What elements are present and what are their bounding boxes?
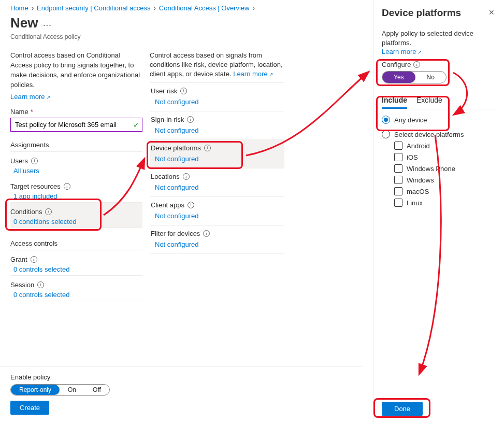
conditions-row[interactable]: Conditions 0 conditions selected (10, 203, 142, 228)
radio-any-device[interactable]: Any device (382, 116, 496, 124)
device-platforms-label: Device platforms (151, 144, 201, 152)
radio-icon (382, 116, 390, 124)
filter-devices-value[interactable]: Not configured (150, 238, 284, 250)
locations-label: Locations (151, 173, 180, 180)
info-icon[interactable] (188, 202, 194, 208)
name-input[interactable] (10, 118, 142, 132)
grant-row[interactable]: Grant 0 controls selected (10, 250, 142, 276)
target-resources-row[interactable]: Target resources 1 app included (10, 177, 142, 203)
device-platforms-value[interactable]: Not configured (150, 153, 284, 165)
chevron-right-icon: › (32, 4, 34, 12)
info-icon[interactable] (187, 116, 194, 123)
required-indicator: * (31, 108, 33, 116)
breadcrumb-conditional-access[interactable]: Conditional Access | Overview (159, 4, 250, 12)
toggle-on[interactable]: On (60, 385, 84, 395)
done-button[interactable]: Done (382, 402, 423, 416)
radio-any-label: Any device (394, 116, 427, 124)
users-value-link[interactable]: All users (13, 167, 39, 175)
checkbox-icon (394, 164, 402, 173)
intro-text: Control access based on Conditional Acce… (10, 51, 142, 90)
info-icon[interactable] (37, 281, 44, 288)
middle-column: Control access based on signals from con… (150, 51, 284, 362)
panel-learn-more-link[interactable]: Learn more (382, 48, 422, 55)
info-icon[interactable] (203, 230, 210, 237)
checkbox-macos[interactable]: macOS (394, 187, 496, 195)
users-row[interactable]: Users All users (10, 152, 142, 177)
enable-policy-toggle[interactable]: Report-only On Off (10, 384, 110, 396)
client-apps-label: Client apps (151, 201, 184, 209)
checkbox-windows-phone[interactable]: Windows Phone (394, 164, 496, 173)
info-icon[interactable] (204, 145, 211, 151)
checkbox-icon (394, 142, 402, 150)
close-icon[interactable]: ✕ (487, 7, 496, 18)
panel-intro: Apply policy to selected device platform… (382, 29, 496, 48)
assignments-heading: Assignments (10, 141, 142, 152)
checkbox-linux[interactable]: Linux (394, 199, 496, 207)
user-risk-label: User risk (151, 87, 177, 95)
more-actions-icon[interactable]: ··· (43, 21, 52, 31)
panel-title: Device platforms (382, 7, 461, 19)
checkbox-icon (394, 153, 402, 161)
locations-row[interactable]: Locations Not configured (150, 168, 284, 197)
create-button[interactable]: Create (10, 401, 49, 415)
info-icon[interactable] (31, 158, 38, 164)
client-apps-value[interactable]: Not configured (150, 210, 284, 222)
chevron-right-icon: › (252, 4, 254, 12)
client-apps-row[interactable]: Client apps Not configured (150, 197, 284, 225)
checkbox-ios[interactable]: iOS (394, 153, 496, 161)
checkbox-windows[interactable]: Windows (394, 176, 496, 184)
checkbox-android[interactable]: Android (394, 142, 496, 150)
device-platforms-panel: Device platforms ✕ Apply policy to selec… (373, 0, 504, 423)
toggle-off[interactable]: Off (84, 385, 109, 395)
checkbox-icon (394, 187, 402, 195)
access-controls-heading: Access controls (10, 239, 142, 250)
device-platforms-row[interactable]: Device platforms Not configured (150, 140, 284, 168)
checkmark-icon: ✓ (133, 121, 139, 129)
page-title: New (10, 15, 38, 31)
grant-label: Grant (10, 256, 27, 263)
signin-risk-row[interactable]: Sign-in risk Not configured (150, 111, 284, 140)
configure-toggle[interactable]: Yes No (382, 71, 447, 83)
mid-intro-text: Control access based on signals from con… (150, 51, 284, 79)
learn-more-link[interactable]: Learn more (233, 70, 273, 78)
enable-policy-label: Enable policy (10, 373, 352, 381)
breadcrumb-home[interactable]: Home (10, 4, 28, 12)
chevron-right-icon: › (153, 4, 155, 12)
locations-value[interactable]: Not configured (150, 181, 284, 193)
name-label: Name (10, 108, 28, 116)
info-icon[interactable] (45, 208, 52, 215)
info-icon[interactable] (183, 173, 190, 180)
footer-bar: Enable policy Report-only On Off Create (0, 366, 363, 423)
breadcrumb-endpoint-security[interactable]: Endpoint security | Conditional access (37, 4, 150, 12)
user-risk-value[interactable]: Not configured (150, 96, 284, 108)
filter-devices-row[interactable]: Filter for devices Not configured (150, 225, 284, 254)
checkbox-icon (394, 176, 402, 184)
toggle-no[interactable]: No (415, 72, 446, 83)
info-icon[interactable] (64, 183, 70, 190)
tab-exclude[interactable]: Exclude (416, 93, 442, 109)
checkbox-icon (394, 199, 402, 207)
users-label: Users (10, 157, 28, 165)
radio-select-platforms[interactable]: Select device platforms (382, 130, 496, 138)
session-label: Session (10, 281, 34, 289)
left-column: Control access based on Conditional Acce… (10, 51, 142, 362)
info-icon[interactable] (413, 61, 420, 68)
toggle-yes[interactable]: Yes (382, 72, 415, 83)
conditions-value-link[interactable]: 0 conditions selected (13, 218, 76, 225)
session-row[interactable]: Session 0 controls selected (10, 276, 142, 301)
target-resources-label: Target resources (10, 182, 61, 190)
target-resources-value-link[interactable]: 1 app included (13, 192, 57, 200)
info-icon[interactable] (180, 88, 187, 94)
conditions-label: Conditions (10, 208, 42, 216)
signin-risk-value[interactable]: Not configured (150, 124, 284, 136)
radio-select-label: Select device platforms (394, 131, 464, 138)
grant-value-link[interactable]: 0 controls selected (13, 265, 69, 273)
toggle-report-only[interactable]: Report-only (11, 385, 60, 395)
learn-more-link[interactable]: Learn more (10, 93, 50, 101)
signin-risk-label: Sign-in risk (151, 116, 184, 123)
configure-label: Configure (382, 61, 411, 68)
tab-include[interactable]: Include (382, 93, 407, 109)
user-risk-row[interactable]: User risk Not configured (150, 83, 284, 111)
info-icon[interactable] (31, 256, 37, 263)
session-value-link[interactable]: 0 controls selected (13, 291, 69, 299)
